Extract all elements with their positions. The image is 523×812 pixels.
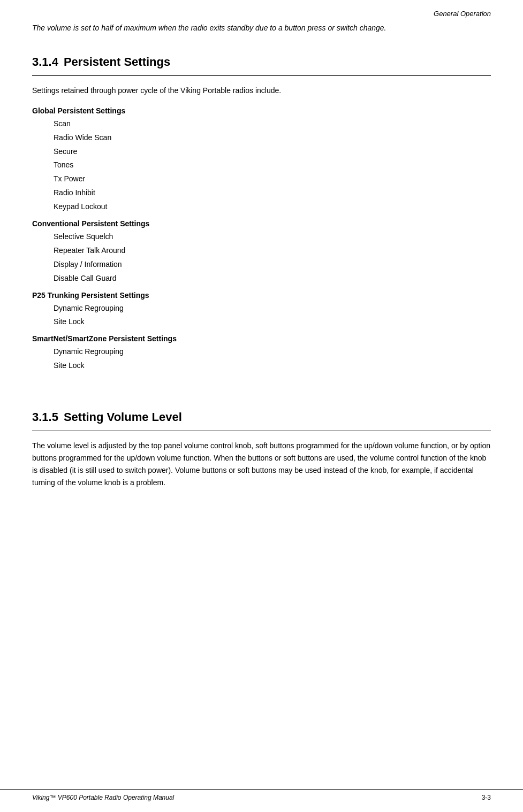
section-315-body: The volume level is adjusted by the top … <box>32 440 491 489</box>
section-314: 3.1.4 Persistent Settings Settings retai… <box>32 50 491 373</box>
conventional-persistent-settings-group: Conventional Persistent Settings Selecti… <box>32 219 491 286</box>
footer-right: 3-3 <box>482 794 491 801</box>
conventional-settings-items: Selective Squelch Repeater Talk Around D… <box>32 230 491 286</box>
list-item: Tones <box>54 158 491 172</box>
p25-settings-title: P25 Trunking Persistent Settings <box>32 291 491 300</box>
list-item: Keypad Lockout <box>54 200 491 214</box>
section-315-divider <box>32 431 491 431</box>
list-item: Dynamic Regrouping <box>54 302 491 316</box>
settings-block: Global Persistent Settings Scan Radio Wi… <box>32 106 491 373</box>
conventional-settings-title: Conventional Persistent Settings <box>32 219 491 228</box>
footer-left: Viking™ VP600 Portable Radio Operating M… <box>32 794 174 801</box>
global-settings-items: Scan Radio Wide Scan Secure Tones Tx Pow… <box>32 117 491 214</box>
smartnet-settings-title: SmartNet/SmartZone Persistent Settings <box>32 334 491 343</box>
list-item: Secure <box>54 145 491 159</box>
list-item: Radio Inhibit <box>54 186 491 200</box>
page-footer: Viking™ VP600 Portable Radio Operating M… <box>0 789 523 801</box>
content-area: The volume is set to half of maximum whe… <box>0 22 523 538</box>
p25-trunking-persistent-settings-group: P25 Trunking Persistent Settings Dynamic… <box>32 291 491 330</box>
page-header: General Operation <box>0 0 523 22</box>
list-item: Tx Power <box>54 172 491 186</box>
list-item: Display / Information <box>54 258 491 272</box>
list-item: Site Lock <box>54 359 491 373</box>
smartnet-settings-items: Dynamic Regrouping Site Lock <box>32 345 491 373</box>
list-item: Dynamic Regrouping <box>54 345 491 359</box>
global-settings-title: Global Persistent Settings <box>32 106 491 115</box>
intro-paragraph: The volume is set to half of maximum whe… <box>32 22 491 34</box>
list-item: Scan <box>54 117 491 131</box>
section-315: 3.1.5 Setting Volume Level The volume le… <box>32 405 491 489</box>
list-item: Site Lock <box>54 315 491 329</box>
list-item: Disable Call Guard <box>54 272 491 286</box>
section-314-divider <box>32 75 491 76</box>
section-315-number: 3.1.5 <box>32 410 58 424</box>
list-item: Selective Squelch <box>54 230 491 244</box>
section-314-title: Persistent Settings <box>64 55 170 69</box>
global-persistent-settings-group: Global Persistent Settings Scan Radio Wi… <box>32 106 491 214</box>
p25-settings-items: Dynamic Regrouping Site Lock <box>32 302 491 330</box>
page-container: General Operation The volume is set to h… <box>0 0 523 812</box>
header-title: General Operation <box>434 10 491 18</box>
section-314-intro: Settings retained through power cycle of… <box>32 85 491 96</box>
list-item: Repeater Talk Around <box>54 244 491 258</box>
section-315-title: Setting Volume Level <box>64 410 182 424</box>
smartnet-persistent-settings-group: SmartNet/SmartZone Persistent Settings D… <box>32 334 491 373</box>
section-314-number: 3.1.4 <box>32 55 58 69</box>
list-item: Radio Wide Scan <box>54 131 491 145</box>
